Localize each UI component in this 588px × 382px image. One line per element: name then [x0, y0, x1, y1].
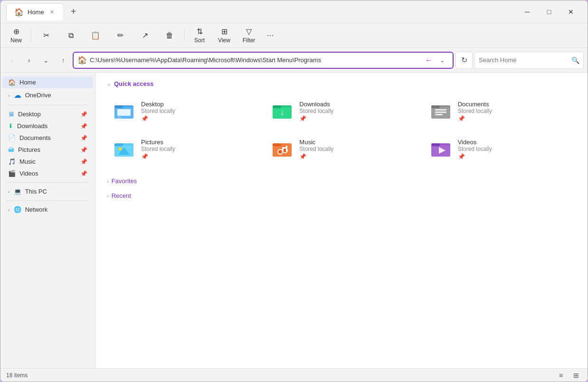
folder-card-music[interactable]: Music Stored locally 📌	[265, 133, 417, 165]
sidebar-item-downloads[interactable]: ⬇ Downloads 📌	[2, 120, 93, 132]
pictures-folder-subtitle: Stored locally	[141, 146, 175, 152]
sort-button[interactable]: ⇅ Sort	[188, 25, 211, 46]
music-pin-icon: 📌	[80, 158, 87, 165]
svg-rect-30	[431, 143, 440, 146]
sidebar-videos-label: Videos	[19, 170, 38, 177]
recent-expand-icon: ›	[107, 193, 109, 199]
quick-access-title: Quick access	[114, 80, 153, 87]
forward-button[interactable]: ›	[21, 53, 37, 68]
back-button[interactable]: ‹	[4, 53, 19, 68]
pictures-icon: 🏔	[8, 146, 14, 153]
svg-text:↓: ↓	[280, 108, 284, 116]
documents-folder-info: Documents Stored locally 📌	[458, 101, 492, 122]
new-icon: ⊕	[13, 27, 19, 36]
rename-button[interactable]: ✏	[108, 25, 132, 46]
minimize-button[interactable]: ─	[516, 4, 538, 19]
pictures-pin-icon: 📌	[80, 147, 87, 153]
desktop-pin-icon: 📌	[80, 111, 87, 118]
desktop-folder-svg	[114, 101, 134, 121]
documents-folder-svg	[430, 101, 451, 121]
paste-button[interactable]: 📋	[84, 25, 107, 46]
music-folder-info: Music Stored locally 📌	[299, 139, 333, 160]
address-input[interactable]	[90, 56, 422, 64]
more-button[interactable]: ···	[262, 27, 279, 44]
sort-icon: ⇅	[197, 27, 203, 36]
recent-section-header[interactable]: › Recent	[107, 189, 576, 202]
filter-button[interactable]: ▽ Filter	[237, 25, 261, 46]
videos-folder-info: Videos Stored locally 📌	[458, 139, 492, 160]
folder-card-desktop[interactable]: Desktop Stored locally 📌	[107, 95, 259, 127]
sidebar-item-network[interactable]: › 🌐 Network	[2, 204, 93, 215]
svg-rect-3	[117, 109, 131, 116]
sidebar-item-onedrive[interactable]: › ☁ OneDrive	[2, 88, 93, 102]
network-expand-icon: ›	[8, 207, 10, 213]
sidebar-item-music[interactable]: 🎵 Music 📌	[2, 156, 93, 168]
desktop-icon: 🖥	[8, 111, 14, 118]
tab-add-button[interactable]: +	[66, 4, 81, 19]
network-icon: 🌐	[14, 206, 21, 213]
tab-close-button[interactable]: ✕	[48, 8, 56, 16]
refresh-button[interactable]: ↻	[455, 52, 473, 69]
pictures-folder-info: Pictures Stored locally 📌	[141, 139, 175, 160]
view-button[interactable]: ⊞ View	[212, 25, 236, 46]
list-view-button[interactable]: ≡	[555, 370, 567, 381]
search-input[interactable]	[479, 56, 569, 64]
grid-view-button[interactable]: ⊞	[570, 370, 582, 381]
svg-rect-4	[117, 117, 121, 118]
cut-button[interactable]: ✂	[34, 25, 58, 46]
sidebar-item-documents[interactable]: 📄 Documents 📌	[2, 132, 93, 144]
sidebar-item-desktop[interactable]: 🖥 Desktop 📌	[2, 108, 93, 120]
sidebar-item-thispc[interactable]: › 💻 This PC	[2, 186, 93, 197]
sidebar-item-videos[interactable]: 🎬 Videos 📌	[2, 168, 93, 179]
recent-locations-button[interactable]: ⌄	[38, 53, 54, 68]
music-folder-subtitle: Stored locally	[299, 146, 333, 152]
new-button[interactable]: ⊕ New	[4, 25, 28, 46]
svg-rect-13	[435, 112, 446, 113]
address-box[interactable]: 🏠 ← ⌄	[73, 52, 454, 69]
sidebar-item-pictures[interactable]: 🏔 Pictures 📌	[2, 144, 93, 156]
documents-folder-name: Documents	[458, 101, 492, 108]
share-button[interactable]: ↗	[133, 25, 157, 46]
address-home-icon: 🏠	[77, 56, 87, 65]
videos-pin-icon: 📌	[80, 170, 87, 177]
folder-card-videos[interactable]: Videos Stored locally 📌	[424, 133, 576, 165]
thispc-expand-icon: ›	[8, 189, 10, 195]
home-tab[interactable]: 🏠 Home ✕	[6, 3, 64, 20]
toolbar-sep-2	[184, 28, 185, 43]
sidebar-item-home[interactable]: 🏠 Home	[2, 76, 93, 88]
file-explorer-window: 🏠 Home ✕ + ─ □ ✕ ⊕ New ✂ ⧉ 📋 ✏	[0, 0, 588, 382]
folder-card-pictures[interactable]: Pictures Stored locally 📌	[107, 133, 259, 165]
cut-icon: ✂	[43, 31, 49, 40]
search-box[interactable]: 🔍	[474, 52, 584, 69]
sidebar-music-label: Music	[19, 158, 36, 165]
rename-icon: ✏	[117, 31, 123, 40]
videos-folder-name: Videos	[458, 139, 492, 146]
desktop-folder-subtitle: Stored locally	[141, 108, 175, 114]
folders-grid: Desktop Stored locally 📌 ↓	[107, 95, 576, 165]
music-icon: 🎵	[8, 158, 16, 165]
paste-icon: 📋	[91, 31, 100, 40]
favorites-section-header[interactable]: › Favorites	[107, 175, 576, 187]
sidebar-sep-1	[6, 105, 89, 105]
delete-button[interactable]: 🗑	[158, 25, 181, 46]
address-dropdown-button[interactable]: ⌄	[436, 54, 449, 67]
folder-card-documents[interactable]: Documents Stored locally 📌	[424, 95, 576, 127]
svg-rect-22	[273, 143, 281, 146]
quick-access-header[interactable]: ⌄ Quick access	[107, 80, 576, 87]
sidebar: 🏠 Home › ☁ OneDrive 🖥 Desktop 📌 ⬇ Downlo…	[0, 73, 95, 368]
close-button[interactable]: ✕	[560, 4, 582, 19]
status-bar: 18 items ≡ ⊞	[0, 368, 588, 382]
documents-icon: 📄	[8, 134, 16, 141]
up-button[interactable]: ↑	[56, 53, 71, 68]
downloads-folder-name: Downloads	[299, 101, 333, 108]
window-controls: ─ □ ✕	[516, 4, 582, 19]
delete-icon: 🗑	[166, 31, 173, 40]
folder-card-downloads[interactable]: ↓ Downloads Stored locally 📌	[265, 95, 417, 127]
videos-folder-subtitle: Stored locally	[458, 146, 492, 152]
desktop-folder-name: Desktop	[141, 101, 175, 108]
maximize-button[interactable]: □	[538, 4, 560, 19]
copy-button[interactable]: ⧉	[59, 25, 83, 46]
toolbar-sep-1	[31, 28, 31, 43]
favorites-expand-icon: ›	[107, 178, 109, 184]
pictures-folder-icon	[113, 138, 135, 160]
